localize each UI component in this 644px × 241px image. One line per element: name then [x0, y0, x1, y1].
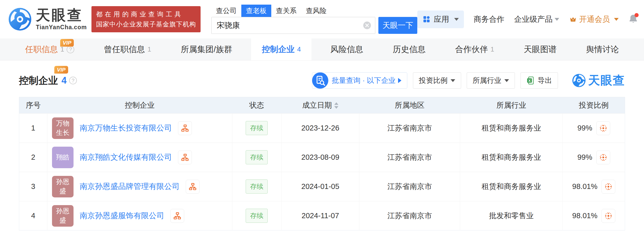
- col-region: 所属地区: [359, 97, 460, 114]
- nav-business-cooperation[interactable]: 商务合作: [474, 14, 504, 25]
- tab-history-info[interactable]: 历史信息: [382, 38, 436, 60]
- search-input[interactable]: [211, 17, 375, 34]
- company-avatar[interactable]: 翔皓: [52, 147, 74, 168]
- apps-grid-icon: [422, 15, 431, 23]
- tianyancha-logo[interactable]: 天眼查 TianYanCha.com: [8, 7, 87, 32]
- reg-date: 2024-01-05: [281, 172, 359, 201]
- filter-investment-ratio[interactable]: 投资比例: [413, 72, 461, 89]
- org-chart-icon-button[interactable]: [186, 180, 200, 194]
- company-link[interactable]: 南京翔皓文化传媒有限公司: [80, 152, 172, 163]
- tab-count: 1: [148, 45, 151, 53]
- tab-graph[interactable]: 天眼图谱: [513, 38, 567, 60]
- slogan-line2: 国家中小企业发展子基金旗下机构: [96, 19, 196, 29]
- main-content: VIP 控制企业 4 ? 批量查询 · 以下企业 投资比例: [0, 68, 644, 230]
- row-index: 4: [19, 201, 47, 230]
- search-button[interactable]: 天眼一下: [378, 17, 417, 34]
- search-tab-relation[interactable]: 查关系: [271, 5, 301, 17]
- open-membership-button[interactable]: 开通会员: [569, 14, 619, 25]
- chevron-down-icon: [555, 18, 559, 21]
- apps-menu-button[interactable]: 应用: [417, 11, 464, 28]
- top-nav: 应用 商务合作 企业级产品 开通会员 肖青羽: [417, 11, 644, 28]
- excel-icon: X: [526, 76, 535, 85]
- section-title: 控制企业: [19, 74, 58, 87]
- equity-penetration-icon-button[interactable]: [601, 209, 615, 223]
- company-avatar[interactable]: 孙恩盛: [52, 176, 74, 197]
- tianyancha-logo-icon: [8, 7, 32, 32]
- industry: 批发和零售业: [460, 201, 563, 230]
- arrow-right-icon: [398, 78, 401, 83]
- tab-label: 任职信息: [25, 44, 58, 55]
- logo-title: 天眼查: [36, 8, 87, 23]
- equity-penetration-icon-button[interactable]: [596, 150, 610, 164]
- company-cell: 万物生长 南京万物生长投资有限公司: [47, 117, 232, 139]
- tianyancha-watermark: 天眼查: [572, 73, 625, 88]
- search-tab-boss[interactable]: 查老板: [241, 5, 271, 17]
- slogan-banner: 都在用的商业查询工具 国家中小企业发展子基金旗下机构: [91, 6, 201, 32]
- search-tab-risk[interactable]: 查风险: [301, 5, 331, 17]
- filter-label: 所属行业: [473, 76, 501, 85]
- row-index: 2: [19, 143, 47, 172]
- tab-label: 所属集团/族群: [181, 44, 232, 55]
- org-chart-icon-button[interactable]: [178, 121, 192, 135]
- status-badge: 存续: [246, 150, 268, 164]
- ratio-value: 98.01%: [572, 182, 597, 191]
- filter-label: 投资比例: [419, 76, 448, 85]
- reg-date: 2023-12-26: [281, 114, 359, 143]
- col-company: 控制企业: [47, 97, 232, 114]
- filter-industry[interactable]: 所属行业: [467, 72, 515, 89]
- sort-icon[interactable]: [334, 102, 338, 109]
- section-header: VIP 控制企业 4 ? 批量查询 · 以下企业 投资比例: [19, 68, 625, 93]
- export-button[interactable]: X 导出: [521, 72, 558, 89]
- tab-count: 1: [491, 45, 494, 53]
- help-icon[interactable]: ?: [67, 46, 74, 53]
- status-badge: 存续: [246, 209, 268, 223]
- org-chart-icon-button[interactable]: [178, 150, 192, 164]
- col-date[interactable]: 成立日期: [281, 97, 359, 114]
- section-actions: 批量查询 · 以下企业 投资比例 所属行业 X 导出: [312, 72, 625, 89]
- company-link[interactable]: 南京孙恩盛服饰有限公司: [80, 210, 164, 221]
- col-industry: 所属行业: [460, 97, 563, 114]
- search-tab-company[interactable]: 查公司: [211, 5, 241, 17]
- tab-risk-info[interactable]: 风险信息: [320, 38, 374, 60]
- table-row: 1 万物生长 南京万物生长投资有限公司 存续 2023-12: [19, 114, 625, 143]
- nav-label: 企业级产品: [514, 14, 553, 25]
- industry: 租赁和商务服务业: [460, 172, 563, 201]
- industry: 租赁和商务服务业: [460, 143, 563, 172]
- company-avatar[interactable]: 孙恩盛: [52, 205, 74, 227]
- row-index: 1: [19, 114, 47, 143]
- ratio-value: 98.01%: [572, 212, 597, 220]
- tab-past-positions[interactable]: 曾任职信息 1: [93, 38, 162, 60]
- equity-penetration-icon-button[interactable]: [596, 121, 610, 135]
- membership-label: 开通会员: [579, 14, 610, 25]
- company-link[interactable]: 南京孙恩盛品牌管理有限公司: [80, 181, 180, 192]
- clear-input-icon[interactable]: [363, 21, 371, 29]
- tab-public-opinion[interactable]: 舆情讨论: [575, 38, 630, 60]
- org-chart-icon: [181, 153, 189, 162]
- tab-partners[interactable]: 合作伙伴 1: [444, 38, 505, 60]
- notifications-button[interactable]: [628, 14, 639, 25]
- help-icon[interactable]: ?: [69, 77, 77, 84]
- equity-penetration-icon-button[interactable]: [601, 180, 615, 194]
- tab-label: 舆情讨论: [586, 44, 619, 55]
- company-cell: 翔皓 南京翔皓文化传媒有限公司: [47, 147, 232, 168]
- tab-controlled-companies[interactable]: 控制企业 4: [251, 38, 311, 60]
- ratio-cell: 99%: [563, 121, 625, 135]
- ratio-cell: 99%: [563, 150, 625, 164]
- company-link[interactable]: 南京万物生长投资有限公司: [80, 123, 172, 133]
- tab-group-cluster[interactable]: 所属集团/族群: [170, 38, 243, 60]
- chevron-down-icon: [504, 79, 509, 82]
- company-avatar[interactable]: 万物生长: [52, 117, 74, 139]
- tab-positions[interactable]: VIP 任职信息 1 ?: [14, 38, 85, 60]
- region: 江苏省南京市: [359, 143, 460, 172]
- equity-penetration-icon: [599, 153, 607, 162]
- status-badge: 存续: [246, 121, 268, 135]
- notification-dot: [635, 13, 639, 17]
- batch-query-button[interactable]: 批量查询 · 以下企业: [312, 72, 407, 89]
- tab-label: 曾任职信息: [104, 44, 145, 55]
- section-count: 4: [61, 75, 67, 86]
- nav-enterprise-products[interactable]: 企业级产品: [514, 14, 559, 25]
- ratio-cell: 98.01%: [563, 180, 625, 194]
- search-box: 天眼一下: [211, 17, 417, 34]
- tab-label: 控制企业: [262, 44, 295, 55]
- org-chart-icon-button[interactable]: [170, 209, 184, 223]
